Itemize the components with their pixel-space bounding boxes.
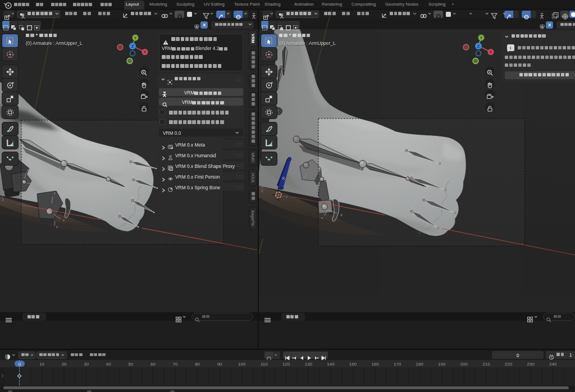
svg-text:Z: Z bbox=[477, 44, 480, 49]
svg-text:x: x bbox=[121, 219, 122, 222]
svg-text:x: x bbox=[425, 203, 427, 207]
svg-text:X: X bbox=[143, 49, 146, 54]
svg-text:x: x bbox=[358, 175, 359, 178]
svg-text:x: x bbox=[36, 183, 38, 186]
svg-text:x: x bbox=[132, 165, 134, 168]
svg-text:z: z bbox=[321, 216, 323, 220]
svg-text:z: z bbox=[56, 225, 58, 229]
svg-text:x: x bbox=[335, 183, 336, 186]
svg-text:x: x bbox=[413, 215, 414, 218]
svg-text:Z: Z bbox=[27, 168, 29, 172]
svg-text:Y: Y bbox=[134, 35, 136, 40]
svg-text:y: y bbox=[104, 183, 106, 186]
svg-text:z: z bbox=[324, 169, 326, 172]
svg-text:X: X bbox=[489, 49, 492, 54]
svg-text:X: X bbox=[340, 213, 343, 217]
svg-text:Z: Z bbox=[131, 44, 134, 49]
svg-text:z: z bbox=[54, 192, 56, 195]
svg-text:Y: Y bbox=[480, 35, 482, 40]
svg-text:x: x bbox=[57, 175, 58, 179]
svg-text:x: x bbox=[413, 181, 414, 185]
svg-text:x: x bbox=[73, 197, 75, 200]
svg-text:z: z bbox=[360, 157, 362, 161]
svg-text:z: z bbox=[61, 157, 63, 160]
svg-text:y: y bbox=[410, 184, 412, 187]
svg-text:x: x bbox=[63, 218, 65, 222]
svg-text:x: x bbox=[135, 183, 136, 186]
svg-text:x: x bbox=[134, 203, 135, 207]
svg-text:x: x bbox=[408, 154, 409, 157]
